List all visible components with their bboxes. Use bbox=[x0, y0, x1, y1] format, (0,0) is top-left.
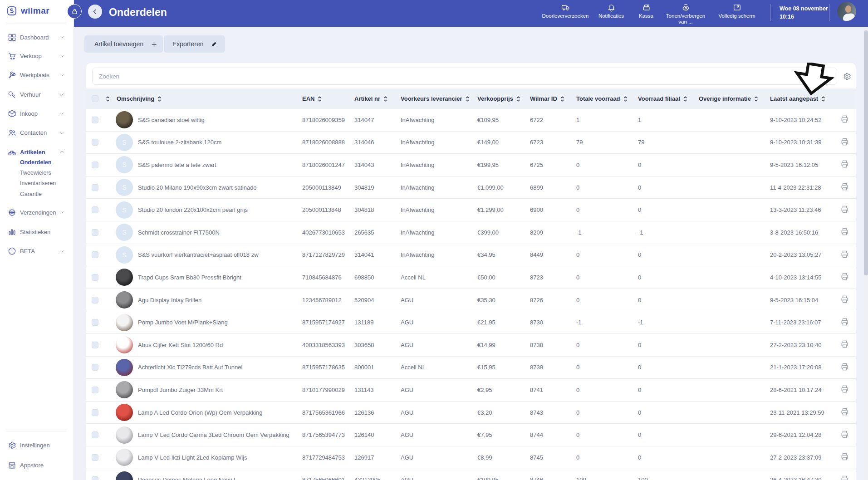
back-button[interactable] bbox=[88, 5, 102, 19]
column-header-label: Voorkeurs leverancier bbox=[401, 95, 462, 102]
product-name: Schmidt crosstrainer FIT7500N bbox=[138, 229, 220, 236]
user-avatar[interactable] bbox=[837, 2, 856, 21]
sidebar-item-artikelen[interactable]: Artikelen bbox=[0, 146, 74, 158]
sort-icon[interactable] bbox=[754, 96, 758, 102]
brand-logo[interactable]: wilmar bbox=[6, 5, 49, 16]
brand-name: wilmar bbox=[21, 6, 49, 16]
sidebar-item-appstore[interactable]: Appstore bbox=[0, 459, 74, 471]
sidebar-subitem-tweewielers[interactable]: Tweewielers bbox=[20, 170, 51, 176]
print-icon[interactable] bbox=[840, 407, 849, 416]
product-name: S&S canadian stoel wittig bbox=[138, 117, 205, 123]
table-row[interactable]: Lamp A Led Cordo Orion (Wp) Oem Verpakki… bbox=[86, 402, 856, 424]
row-checkbox[interactable] bbox=[92, 476, 98, 480]
product-thumbnail: S bbox=[116, 156, 133, 173]
table-row[interactable]: SS&S toulouse 2-zitsbank 120cm 871802600… bbox=[86, 132, 856, 154]
row-checkbox[interactable] bbox=[92, 387, 98, 393]
sidebar-item-werkplaats[interactable]: Werkplaats bbox=[0, 69, 74, 81]
table-row[interactable]: SSchmidt crosstrainer FIT7500N 402677301… bbox=[86, 221, 856, 244]
row-checkbox[interactable] bbox=[92, 206, 98, 213]
row-checkbox[interactable] bbox=[92, 342, 98, 348]
row-checkbox[interactable] bbox=[92, 454, 98, 461]
table-row[interactable]: Achterlicht Xlc Tl279cds Batt Aut Tunnel… bbox=[86, 357, 856, 379]
product-thumbnail bbox=[116, 471, 133, 480]
print-icon[interactable] bbox=[840, 430, 849, 439]
export-button[interactable]: Exporteren bbox=[164, 35, 225, 53]
sort-icon[interactable] bbox=[516, 96, 520, 102]
table-row[interactable]: Pomp Jumbo Voet M/Plank+Slang 8715957174… bbox=[86, 311, 856, 334]
sidebar-item-verzendingen[interactable]: Verzendingen bbox=[0, 206, 74, 218]
sort-icon[interactable] bbox=[318, 96, 322, 102]
topbar-action-fullscreen[interactable]: Volledig scherm bbox=[705, 3, 769, 19]
lock-button[interactable] bbox=[67, 4, 82, 19]
sort-icon[interactable] bbox=[383, 96, 387, 102]
scrollbar-track[interactable] bbox=[864, 27, 868, 480]
cell-laatst-aangepast: 7-11-2023 23:16:07 bbox=[770, 319, 835, 326]
print-icon[interactable] bbox=[840, 137, 849, 146]
row-checkbox[interactable] bbox=[92, 297, 98, 304]
sidebar-item-statistieken[interactable]: Statistieken bbox=[0, 226, 74, 238]
select-all-checkbox[interactable] bbox=[92, 95, 98, 102]
table-row[interactable]: Pompdl Jumbo Zuiger 33Mm Krt 87101779900… bbox=[86, 379, 856, 402]
sort-icon[interactable] bbox=[466, 96, 470, 102]
table-row[interactable]: Lamp V Led Ikzi Light 2Led Koplamp Wijs … bbox=[86, 446, 856, 469]
row-checkbox[interactable] bbox=[92, 364, 98, 371]
cell-voorraad-filiaal: 0 bbox=[638, 162, 699, 168]
print-icon[interactable] bbox=[840, 272, 849, 281]
sidebar-item-beta[interactable]: BETA bbox=[0, 245, 74, 257]
row-checkbox[interactable] bbox=[92, 409, 98, 416]
table-row[interactable]: SS&S vuurkorf vierkantraciet+asplaat olf… bbox=[86, 244, 856, 267]
sidebar-subitem-onderdelen[interactable]: Onderdelen bbox=[20, 159, 51, 166]
add-article-button[interactable]: Artikel toevoegen bbox=[84, 35, 163, 53]
row-checkbox[interactable] bbox=[92, 117, 98, 123]
table-row[interactable]: Agu Display Inlay Brillen 123456789012 5… bbox=[86, 289, 856, 312]
table-row[interactable]: S&S canadian stoel wittig 8718026009359 … bbox=[86, 109, 856, 132]
sidebar-item-dashboard[interactable]: Dashboard bbox=[0, 31, 74, 43]
row-checkbox[interactable] bbox=[92, 184, 98, 191]
print-icon[interactable] bbox=[840, 205, 849, 214]
sort-icon[interactable] bbox=[157, 96, 162, 102]
row-checkbox[interactable] bbox=[92, 229, 98, 236]
table-row[interactable]: Lamp V Led Cordo Carma 3Led Chroom Oem V… bbox=[86, 424, 856, 446]
print-icon[interactable] bbox=[840, 385, 849, 393]
sidebar-subitem-inventariseren[interactable]: Inventariseren bbox=[20, 180, 56, 186]
row-checkbox[interactable] bbox=[92, 251, 98, 258]
row-checkbox[interactable] bbox=[92, 431, 98, 438]
print-icon[interactable] bbox=[840, 160, 849, 168]
table-row[interactable]: SStudio 20 Milano 190x90x3cm zwart satin… bbox=[86, 176, 856, 199]
print-icon[interactable] bbox=[840, 250, 849, 259]
sidebar-subitem-garantie[interactable]: Garantie bbox=[20, 191, 42, 197]
sidebar-item-instellingen[interactable]: Instellingen bbox=[0, 439, 74, 451]
print-icon[interactable] bbox=[840, 227, 849, 236]
print-icon[interactable] bbox=[840, 182, 849, 191]
cell-leverancier: InAfwachting bbox=[401, 251, 477, 258]
print-icon[interactable] bbox=[840, 115, 849, 123]
sort-icon[interactable] bbox=[560, 96, 564, 102]
table-row[interactable]: Abus Cijfer Kett Slot 1200/60 Rd 4003318… bbox=[86, 334, 856, 357]
globe-icon bbox=[8, 208, 16, 217]
print-icon[interactable] bbox=[840, 362, 849, 371]
table-row[interactable]: Trapd Cups Sram Bb30 Pressfit Bbright 71… bbox=[86, 266, 856, 289]
cell-voorraad-filiaal: -1 bbox=[638, 319, 699, 326]
row-checkbox[interactable] bbox=[92, 162, 98, 168]
print-icon[interactable] bbox=[840, 318, 849, 326]
table-row[interactable]: SStudio 20 london 220x100x2cm pearl grij… bbox=[86, 199, 856, 221]
print-icon[interactable] bbox=[840, 452, 849, 461]
scrollbar-thumb[interactable] bbox=[864, 30, 868, 275]
sort-icon[interactable] bbox=[683, 96, 687, 102]
row-checkbox[interactable] bbox=[92, 139, 98, 146]
sort-icon[interactable] bbox=[623, 96, 628, 102]
print-icon[interactable] bbox=[840, 295, 849, 304]
row-checkbox[interactable] bbox=[92, 274, 98, 281]
table-row[interactable]: SS&S palermo tete a tete zwart 871802600… bbox=[86, 154, 856, 176]
table-row[interactable]: Pegasus Dames Malaga Long Navy L 8717565… bbox=[86, 469, 856, 480]
print-icon[interactable] bbox=[840, 475, 849, 480]
sidebar-item-inkoop[interactable]: Inkoop bbox=[0, 108, 74, 119]
sidebar-item-contacten[interactable]: Contacten bbox=[0, 127, 74, 139]
cell-verkoopprijs: €2,95 bbox=[477, 387, 530, 393]
sidebar-item-verkoop[interactable]: Verkoop bbox=[0, 50, 74, 62]
table-settings-gear-icon[interactable] bbox=[843, 72, 851, 81]
sidebar-item-verhuur[interactable]: Verhuur bbox=[0, 88, 74, 100]
search-input[interactable]: Zoeken bbox=[92, 68, 837, 85]
row-checkbox[interactable] bbox=[92, 319, 98, 326]
print-icon[interactable] bbox=[840, 340, 849, 348]
